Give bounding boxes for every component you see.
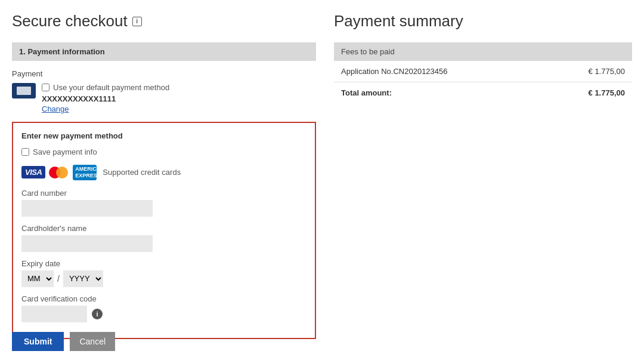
mastercard-logo xyxy=(49,166,69,179)
fees-header: Fees to be paid xyxy=(334,42,632,61)
card-icon-inner xyxy=(17,87,31,95)
section-header: 1. Payment information xyxy=(12,42,316,61)
cardholder-input[interactable] xyxy=(21,235,153,252)
cvv-info-icon[interactable]: i xyxy=(92,309,103,319)
new-payment-box: Enter new payment method Save payment in… xyxy=(12,122,316,339)
change-link[interactable]: Change xyxy=(42,104,169,113)
cvv-input[interactable] xyxy=(21,306,87,322)
total-row: Total amount: € 1.775,00 xyxy=(334,82,632,104)
default-payment-checkbox-label[interactable]: Use your default payment method xyxy=(42,83,169,92)
payment-summary-title: Payment summary xyxy=(334,12,632,30)
cvv-field: Card verification code i xyxy=(21,294,306,322)
item-label: Application No.CN2020123456 xyxy=(334,61,544,82)
cardholder-name-field: Cardholder's name xyxy=(21,224,306,252)
right-panel: Payment summary Fees to be paid Applicat… xyxy=(334,12,632,357)
total-amount: € 1.775,00 xyxy=(544,82,632,104)
credit-card-logos: VISA AMERICANEXPRESS Supported credit ca… xyxy=(21,165,306,180)
new-payment-title: Enter new payment method xyxy=(21,131,306,140)
mastercard-right-circle xyxy=(56,167,68,178)
payment-label: Payment xyxy=(12,69,316,78)
card-icon xyxy=(12,83,36,99)
expiry-month-select[interactable]: MM 010203 040506 070809 101112 xyxy=(21,270,54,287)
table-row: Application No.CN2020123456 € 1.775,00 xyxy=(334,61,632,82)
expiry-row: MM 010203 040506 070809 101112 / YYYY 20… xyxy=(21,270,306,287)
expiry-separator: / xyxy=(57,274,60,284)
card-number-input[interactable] xyxy=(21,200,153,217)
cvv-label: Card verification code xyxy=(21,294,306,303)
default-payment-info: Use your default payment method XXXXXXXX… xyxy=(42,83,169,113)
card-number-field: Card number xyxy=(21,189,306,217)
card-number-display: XXXXXXXXXXX1111 xyxy=(42,94,169,103)
save-payment-row: Save payment info xyxy=(21,147,306,156)
supported-cards-text: Supported credit cards xyxy=(103,168,181,177)
expiry-label: Expiry date xyxy=(21,259,306,268)
cvv-row: i xyxy=(21,306,306,322)
expiry-year-select[interactable]: YYYY 202420252026 202720282029 203020312… xyxy=(63,270,103,287)
bottom-buttons: Submit Cancel xyxy=(12,326,115,357)
save-payment-checkbox[interactable] xyxy=(21,148,29,156)
page-title: Secure checkout i xyxy=(12,12,316,30)
item-amount: € 1.775,00 xyxy=(544,61,632,82)
cardholder-label: Cardholder's name xyxy=(21,224,306,233)
visa-logo: VISA xyxy=(21,166,45,178)
default-payment-row: Use your default payment method XXXXXXXX… xyxy=(12,83,316,113)
submit-button[interactable]: Submit xyxy=(12,332,64,351)
card-number-label: Card number xyxy=(21,189,306,198)
page-info-icon[interactable]: i xyxy=(132,17,142,26)
default-payment-checkbox[interactable] xyxy=(42,84,49,91)
cancel-button[interactable]: Cancel xyxy=(70,332,115,351)
summary-table: Application No.CN2020123456 € 1.775,00 T… xyxy=(334,61,632,103)
expiry-date-field: Expiry date MM 010203 040506 070809 1011… xyxy=(21,259,306,287)
left-panel: Secure checkout i 1. Payment information… xyxy=(12,12,316,357)
amex-logo: AMERICANEXPRESS xyxy=(73,165,97,180)
page-title-text: Secure checkout xyxy=(12,12,128,30)
total-label: Total amount: xyxy=(334,82,544,104)
